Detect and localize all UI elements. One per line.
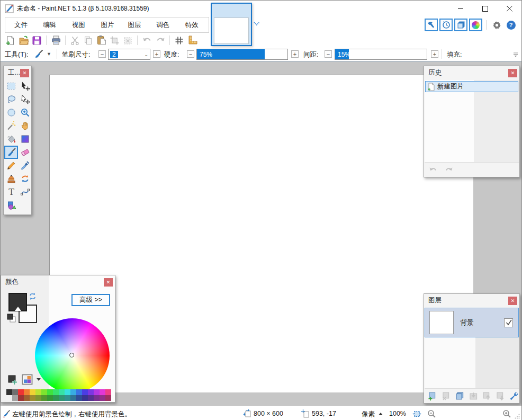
merge-layer-down-button[interactable] — [469, 391, 479, 401]
move-layer-up-button[interactable] — [482, 391, 492, 401]
color-wheel-selector[interactable] — [69, 353, 74, 358]
ruler-toggle-button[interactable] — [186, 34, 199, 47]
palette-swatch[interactable] — [94, 395, 100, 401]
close-button[interactable] — [497, 1, 521, 16]
tools-panel-close-button[interactable]: ✕ — [20, 69, 29, 77]
layers-panel-titlebar[interactable]: 图层 ✕ — [424, 294, 519, 307]
deselect-button[interactable] — [122, 34, 134, 47]
history-item[interactable]: 新建图片 — [425, 81, 518, 92]
unit-selector[interactable]: 像素 — [362, 410, 375, 419]
palette-swatch[interactable] — [6, 389, 12, 395]
layer-properties-button[interactable] — [509, 391, 519, 401]
palette-swatch[interactable] — [18, 389, 24, 395]
layer-row[interactable]: 背景 — [425, 308, 519, 337]
menu-edit[interactable]: 编辑(E) — [37, 18, 66, 32]
tool-paint-bucket[interactable] — [4, 132, 18, 146]
copy-button[interactable] — [82, 34, 94, 47]
palette-swatch[interactable] — [82, 395, 88, 401]
palette-swatch[interactable] — [88, 395, 94, 401]
palette-swatch[interactable] — [94, 389, 100, 395]
colors-panel-toggle[interactable] — [469, 19, 482, 31]
tool-move-selected-pixels[interactable] — [18, 79, 32, 93]
flyout-chevron-icon[interactable] — [253, 21, 260, 28]
zoom-in-icon[interactable] — [502, 409, 511, 418]
palette-swatch[interactable] — [47, 389, 53, 395]
history-panel-close-button[interactable]: ✕ — [508, 69, 517, 77]
settings-button[interactable] — [490, 19, 503, 31]
layers-panel-close-button[interactable]: ✕ — [508, 297, 517, 305]
menu-effects[interactable]: 特效(C) — [179, 18, 209, 32]
open-button[interactable] — [17, 34, 30, 47]
tool-magic-wand[interactable] — [4, 119, 18, 132]
tool-dropdown[interactable]: ▼ — [33, 49, 51, 59]
move-layer-down-button[interactable] — [496, 391, 506, 401]
palette-swatch[interactable] — [24, 395, 30, 401]
add-layer-button[interactable] — [428, 391, 438, 401]
crop-button[interactable] — [109, 34, 121, 47]
brush-size-combo[interactable]: 2 ⌄ — [108, 49, 150, 60]
palette-swatch[interactable] — [53, 389, 59, 395]
palette-swatch[interactable] — [35, 389, 41, 395]
palette-swatch[interactable] — [53, 395, 59, 401]
hardness-decrement[interactable]: − — [187, 50, 194, 58]
palette-swatch[interactable] — [35, 395, 41, 401]
cut-button[interactable] — [69, 34, 81, 47]
zoom-to-window-icon[interactable] — [412, 409, 421, 418]
palette-swatch[interactable] — [24, 389, 30, 395]
delete-layer-button[interactable] — [442, 391, 452, 401]
redo-button[interactable] — [154, 34, 166, 47]
tool-paintbrush[interactable] — [4, 146, 18, 159]
tool-lasso-select[interactable] — [4, 93, 18, 106]
palette-swatch[interactable] — [105, 395, 111, 401]
tool-text[interactable]: T — [4, 185, 18, 199]
palette-swatch[interactable] — [30, 389, 35, 395]
undo-icon[interactable] — [429, 166, 438, 174]
redo-icon[interactable] — [444, 166, 453, 174]
menu-view[interactable]: 视图(V) — [66, 18, 95, 32]
save-button[interactable] — [31, 34, 43, 47]
primary-color-swatch[interactable] — [8, 293, 27, 311]
palette-swatch[interactable] — [82, 389, 88, 395]
palette-swatch[interactable] — [41, 395, 47, 401]
menu-adjustments[interactable]: 调色(A) — [150, 18, 179, 32]
tool-recolor[interactable] — [18, 172, 32, 185]
palette-swatch[interactable] — [76, 389, 82, 395]
color-wheel[interactable] — [35, 318, 110, 393]
tool-shapes[interactable] — [4, 199, 18, 212]
menu-layers[interactable]: 图层(L) — [122, 18, 150, 32]
palette-swatch[interactable] — [6, 395, 12, 401]
print-button[interactable] — [50, 34, 62, 47]
tool-move-selection[interactable] — [18, 93, 32, 106]
advanced-toggle-button[interactable]: 高级 >> — [71, 294, 110, 306]
tool-rectangle-select[interactable] — [4, 79, 18, 93]
hardness-slider[interactable]: 75% — [196, 49, 288, 60]
spacing-increment[interactable]: + — [431, 50, 438, 58]
layer-visibility-checkbox[interactable] — [504, 318, 513, 327]
palette-swatch[interactable] — [70, 395, 76, 401]
palette-swatch[interactable] — [59, 389, 65, 395]
palette-dropdown-caret[interactable] — [37, 378, 41, 381]
palette-swatch[interactable] — [100, 395, 105, 401]
menu-image[interactable]: 图片(I) — [95, 18, 122, 32]
palette-swatch[interactable] — [76, 395, 82, 401]
colors-panel-titlebar[interactable]: 颜色 ✕ — [1, 275, 115, 289]
reset-colors-icon[interactable] — [6, 313, 17, 324]
spacing-slider[interactable]: 15% — [335, 49, 427, 60]
tool-zoom[interactable] — [18, 106, 32, 119]
palette-swatch[interactable] — [41, 389, 47, 395]
brush-size-decrement[interactable]: − — [98, 50, 106, 58]
tool-clone-stamp[interactable] — [4, 172, 18, 185]
paste-button[interactable] — [95, 34, 107, 47]
hardness-increment[interactable]: + — [291, 50, 299, 58]
palette-swatch[interactable] — [30, 395, 35, 401]
palette-swatch[interactable] — [12, 389, 18, 395]
tool-ellipse-select[interactable] — [4, 106, 18, 119]
swap-colors-icon[interactable] — [29, 292, 37, 300]
palette-swatch[interactable] — [65, 389, 70, 395]
palette-icon[interactable] — [22, 374, 33, 385]
tools-panel-toggle[interactable] — [425, 19, 438, 31]
colors-panel-close-button[interactable]: ✕ — [104, 278, 113, 287]
palette-swatch[interactable] — [105, 389, 111, 395]
spacing-decrement[interactable]: − — [325, 50, 332, 58]
palette-swatch[interactable] — [12, 395, 18, 401]
